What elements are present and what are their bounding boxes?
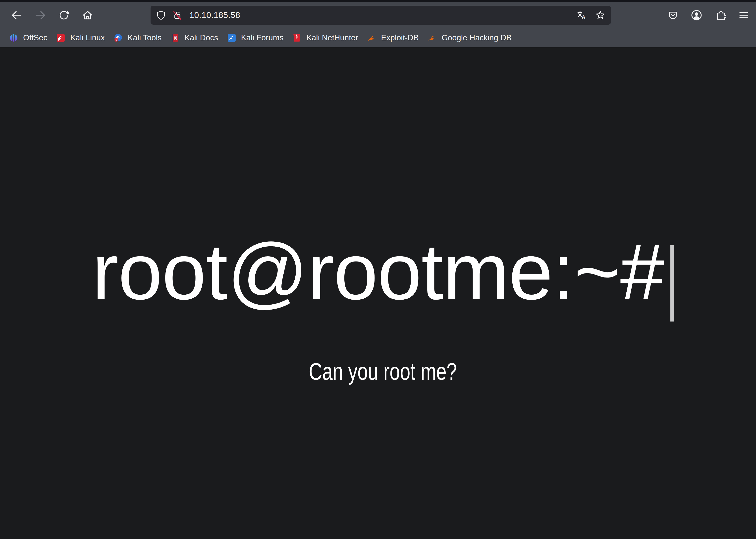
offsec-logo-icon xyxy=(9,34,18,42)
bookmark-kali-linux[interactable]: Kali Linux xyxy=(56,33,105,42)
svg-text:⟨/⟩: ⟨/⟩ xyxy=(174,36,178,40)
puzzle-piece-icon xyxy=(715,9,726,21)
exploit-db-bird-icon xyxy=(367,34,376,42)
bookmark-kali-forums[interactable]: Kali Forums xyxy=(227,33,284,42)
kali-dragon-blue-icon xyxy=(227,34,236,42)
text-cursor xyxy=(670,245,674,322)
svg-text:π: π xyxy=(115,38,117,41)
bookmark-exploit-db[interactable]: Exploit-DB xyxy=(367,33,418,42)
bookmark-label: OffSec xyxy=(23,33,47,42)
account-icon xyxy=(691,9,703,21)
subtitle-row: Can you root me? xyxy=(5,359,756,383)
url-text[interactable]: 10.10.185.58 xyxy=(189,10,240,20)
bookmark-label: Kali Linux xyxy=(70,33,105,42)
bookmark-offsec[interactable]: OffSec xyxy=(9,33,47,42)
back-button[interactable] xyxy=(11,9,23,21)
url-bar[interactable]: 10.10.185.58 A xyxy=(151,6,611,25)
kali-tools-icon: π xyxy=(114,34,122,42)
reload-button[interactable] xyxy=(58,9,70,21)
forward-button[interactable] xyxy=(34,9,46,21)
home-button[interactable] xyxy=(82,9,94,21)
insecure-lock-icon xyxy=(173,10,183,20)
translate-button[interactable]: A xyxy=(576,9,587,21)
account-button[interactable] xyxy=(691,9,703,21)
kali-dragon-red-icon xyxy=(56,34,65,42)
nav-button-group xyxy=(11,9,94,21)
browser-toolbar: 10.10.185.58 A xyxy=(0,2,756,28)
bookmark-label: Kali NetHunter xyxy=(306,33,358,42)
bookmark-label: Kali Forums xyxy=(241,33,284,42)
shield-icon xyxy=(156,10,166,20)
page-subtitle: Can you root me? xyxy=(309,359,457,383)
bookmark-label: Kali Tools xyxy=(128,33,162,42)
urlbar-right-controls: A xyxy=(576,9,606,21)
bookmark-label: Kali Docs xyxy=(185,33,218,42)
pocket-button[interactable] xyxy=(667,9,679,21)
exploit-db-bird-icon xyxy=(428,34,436,42)
extensions-button[interactable] xyxy=(714,9,726,21)
bookmark-google-hacking-db[interactable]: Google Hacking DB xyxy=(428,33,511,42)
bookmark-kali-nethunter[interactable]: Kali NetHunter xyxy=(293,33,358,42)
bookmark-label: Google Hacking DB xyxy=(441,33,511,42)
bookmark-star-button[interactable] xyxy=(594,9,606,21)
bookmark-kali-docs[interactable]: ⟨/⟩ Kali Docs xyxy=(171,33,218,42)
terminal-prompt-row: root@rootme:~# xyxy=(5,232,756,311)
home-icon xyxy=(82,9,94,21)
bookmarks-toolbar: OffSec Kali Linux π Kali Tools ⟨ xyxy=(0,28,756,47)
tracking-protection-button[interactable] xyxy=(156,10,167,21)
svg-text:A: A xyxy=(581,14,585,20)
star-icon xyxy=(595,10,605,20)
connection-security-button[interactable] xyxy=(172,10,183,21)
kali-docs-icon: ⟨/⟩ xyxy=(171,34,179,42)
bookmark-kali-tools[interactable]: π Kali Tools xyxy=(114,33,162,42)
bookmark-label: Exploit-DB xyxy=(381,33,418,42)
menu-button[interactable] xyxy=(738,9,750,21)
page-viewport: root@rootme:~# Can you root me? xyxy=(0,47,756,539)
pocket-icon xyxy=(667,9,679,21)
reload-icon xyxy=(58,9,70,21)
window-top-edge xyxy=(0,0,756,2)
kali-nethunter-icon xyxy=(293,34,301,42)
hamburger-menu-icon xyxy=(738,9,750,21)
back-arrow-icon xyxy=(11,9,23,21)
translate-icon: A xyxy=(576,10,587,20)
forward-arrow-icon xyxy=(34,9,46,21)
terminal-prompt-heading: root@rootme:~# xyxy=(92,232,664,311)
toolbar-right-group xyxy=(667,9,750,21)
